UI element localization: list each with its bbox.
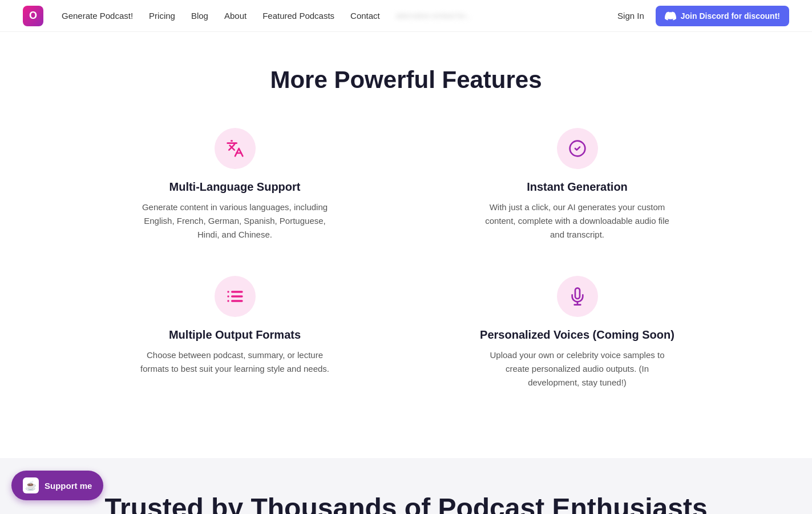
trusted-title: Trusted by Thousands of Podcast Enthusia… (0, 492, 812, 514)
nav-generate[interactable]: Generate Podcast! (62, 11, 133, 21)
feature-output-formats: Multiple Output Formats Choose between p… (87, 276, 383, 389)
nav-about[interactable]: About (224, 11, 247, 21)
multi-language-desc: Generate content in various languages, i… (138, 200, 332, 242)
support-me-button[interactable]: ☕ Support me (11, 471, 103, 500)
list-icon (226, 287, 244, 306)
output-formats-icon-circle (215, 276, 256, 317)
logo-icon: O (23, 6, 43, 26)
output-formats-title: Multiple Output Formats (169, 328, 301, 342)
features-grid: Multi-Language Support Generate content … (87, 128, 726, 389)
nav-featured[interactable]: Featured Podcasts (262, 11, 334, 21)
microphone-icon (568, 287, 587, 306)
nav-contact[interactable]: Contact (350, 11, 380, 21)
discord-label: Join Discord for discount! (681, 11, 780, 21)
instant-generation-title: Instant Generation (527, 180, 628, 194)
nav-blog[interactable]: Blog (191, 11, 208, 21)
navbar: O Generate Podcast! Pricing Blog About F… (0, 0, 812, 32)
trusted-section: Trusted by Thousands of Podcast Enthusia… (0, 458, 812, 514)
instant-generation-desc: With just a click, our AI generates your… (480, 200, 674, 242)
support-label: Support me (45, 481, 92, 491)
coffee-icon: ☕ (23, 477, 39, 493)
feature-multi-language: Multi-Language Support Generate content … (87, 128, 383, 242)
personalized-voices-desc: Upload your own or celebrity voice sampl… (480, 348, 674, 389)
translate-icon (226, 139, 244, 158)
features-title: More Powerful Features (87, 66, 726, 94)
feature-personalized-voices: Personalized Voices (Coming Soon) Upload… (429, 276, 726, 389)
personalized-voices-icon-circle (557, 276, 598, 317)
nav-pricing[interactable]: Pricing (149, 11, 175, 21)
sign-in-button[interactable]: Sign In (617, 11, 644, 21)
feature-instant-generation: Instant Generation With just a click, ou… (429, 128, 726, 242)
multi-language-icon-circle (215, 128, 256, 169)
output-formats-desc: Choose between podcast, summary, or lect… (138, 348, 332, 376)
features-section: More Powerful Features Multi-Language Su… (87, 66, 726, 389)
check-circle-icon (568, 139, 587, 158)
discord-icon (665, 10, 676, 22)
discord-button[interactable]: Join Discord for discount! (656, 6, 789, 26)
navbar-right: Sign In Join Discord for discount! (617, 6, 789, 26)
blurred-text: alternative embed for... (396, 11, 471, 20)
main-content: More Powerful Features Multi-Language Su… (64, 32, 749, 458)
logo[interactable]: O (23, 6, 43, 26)
personalized-voices-title: Personalized Voices (Coming Soon) (480, 328, 674, 342)
nav-links: Generate Podcast! Pricing Blog About Fea… (62, 11, 617, 21)
instant-generation-icon-circle (557, 128, 598, 169)
multi-language-title: Multi-Language Support (169, 180, 301, 194)
